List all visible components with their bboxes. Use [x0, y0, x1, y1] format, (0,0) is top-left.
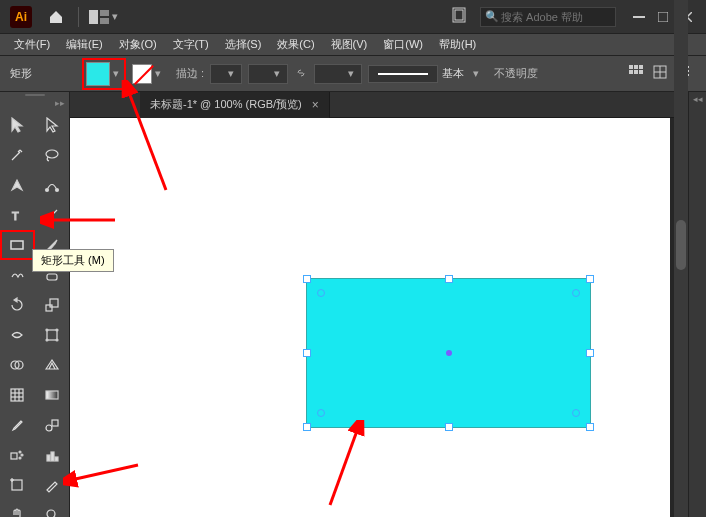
right-panel-strip: ◂◂ — [688, 92, 706, 517]
svg-point-45 — [21, 454, 23, 456]
free-transform-tool[interactable] — [35, 320, 70, 350]
maximize-button[interactable] — [656, 10, 670, 24]
symbol-sprayer-tool[interactable] — [0, 440, 35, 470]
menu-type[interactable]: 文字(T) — [165, 35, 217, 54]
opacity-label[interactable]: 不透明度 — [494, 66, 538, 81]
blend-tool[interactable] — [35, 410, 70, 440]
svg-rect-25 — [47, 274, 57, 280]
title-bar: Ai ▾ 🔍 — [0, 0, 706, 34]
selection-tool[interactable] — [0, 110, 35, 140]
menu-object[interactable]: 对象(O) — [111, 35, 165, 54]
chevron-down-icon: ▾ — [271, 64, 283, 84]
menu-edit[interactable]: 编辑(E) — [58, 35, 111, 54]
pen-tool[interactable] — [0, 170, 35, 200]
shaper-tool[interactable] — [0, 260, 35, 290]
svg-rect-47 — [47, 455, 50, 461]
perspective-grid-tool[interactable] — [35, 350, 70, 380]
svg-rect-10 — [629, 70, 633, 74]
minimize-button[interactable] — [632, 10, 646, 24]
arrange-docs-icon[interactable]: ▾ — [89, 7, 121, 27]
home-icon[interactable] — [44, 5, 68, 29]
svg-rect-40 — [46, 391, 58, 399]
collapse-icon[interactable]: ▸▸ — [55, 98, 65, 108]
tools-panel: ▸▸ T — [0, 92, 70, 517]
live-corner-widget[interactable] — [317, 409, 325, 417]
svg-rect-11 — [634, 70, 638, 74]
svg-rect-1 — [100, 10, 109, 16]
menu-window[interactable]: 窗口(W) — [375, 35, 431, 54]
gradient-tool[interactable] — [35, 380, 70, 410]
selection-handle[interactable] — [586, 275, 594, 283]
close-tab-icon[interactable]: × — [312, 98, 319, 112]
selection-handle[interactable] — [586, 423, 594, 431]
rectangle-tool[interactable] — [0, 230, 35, 260]
search-box[interactable]: 🔍 — [480, 7, 616, 27]
profile-label: 基本 — [442, 66, 464, 81]
svg-rect-48 — [51, 452, 54, 461]
fill-swatch[interactable] — [86, 62, 110, 86]
menu-help[interactable]: 帮助(H) — [431, 35, 484, 54]
app-logo: Ai — [10, 6, 32, 28]
artboard-tool[interactable] — [0, 470, 35, 500]
rectangle-shape[interactable] — [306, 278, 591, 428]
live-corner-widget[interactable] — [572, 289, 580, 297]
stroke-label: 描边 : — [176, 66, 204, 81]
rotate-tool[interactable] — [0, 290, 35, 320]
selection-handle[interactable] — [303, 275, 311, 283]
svg-point-29 — [46, 329, 48, 331]
curvature-tool[interactable] — [35, 170, 70, 200]
svg-point-53 — [47, 510, 55, 517]
direct-selection-tool[interactable] — [35, 110, 70, 140]
svg-point-21 — [55, 189, 58, 192]
live-corner-widget[interactable] — [572, 409, 580, 417]
scale-tool[interactable] — [35, 290, 70, 320]
hand-tool[interactable] — [0, 500, 35, 517]
eyedropper-tool[interactable] — [0, 410, 35, 440]
selection-handle[interactable] — [303, 349, 311, 357]
transform-icon[interactable] — [652, 64, 672, 84]
align-icon[interactable] — [628, 64, 648, 84]
selection-handle[interactable] — [445, 423, 453, 431]
scrollbar-thumb[interactable] — [676, 220, 686, 270]
variable-width-profile[interactable]: ▾ — [248, 64, 288, 84]
svg-point-30 — [56, 329, 58, 331]
svg-rect-7 — [629, 65, 633, 69]
brush-definition[interactable]: ▾ — [314, 64, 362, 84]
chevron-down-icon[interactable]: ▾ — [470, 64, 482, 84]
chevron-down-icon: ▾ — [109, 7, 121, 27]
live-corner-widget[interactable] — [317, 289, 325, 297]
mesh-tool[interactable] — [0, 380, 35, 410]
annotation-arrow — [116, 80, 176, 200]
search-input[interactable] — [501, 11, 611, 23]
shape-builder-tool[interactable] — [0, 350, 35, 380]
svg-rect-2 — [100, 18, 109, 24]
zoom-tool[interactable] — [35, 500, 70, 517]
svg-rect-24 — [11, 241, 23, 249]
svg-rect-42 — [52, 420, 58, 426]
menu-file[interactable]: 文件(F) — [6, 35, 58, 54]
svg-line-61 — [330, 428, 358, 505]
svg-point-41 — [46, 425, 52, 431]
menu-effect[interactable]: 效果(C) — [269, 35, 322, 54]
svg-rect-28 — [47, 330, 57, 340]
menu-view[interactable]: 视图(V) — [323, 35, 376, 54]
svg-point-20 — [45, 189, 48, 192]
vertical-scrollbar[interactable] — [674, 0, 688, 517]
stroke-weight-field[interactable]: ▾ — [210, 64, 242, 84]
type-tool[interactable]: T — [0, 200, 35, 230]
width-tool[interactable] — [0, 320, 35, 350]
expand-panel-icon[interactable]: ◂◂ — [693, 94, 703, 104]
graphic-style[interactable] — [368, 65, 438, 83]
selection-handle[interactable] — [445, 275, 453, 283]
magic-wand-tool[interactable] — [0, 140, 35, 170]
svg-point-31 — [46, 339, 48, 341]
annotation-arrow — [63, 460, 143, 490]
tooltip: 矩形工具 (M) — [32, 249, 114, 272]
lasso-tool[interactable] — [35, 140, 70, 170]
document-setup-icon[interactable] — [452, 7, 472, 27]
link-icon[interactable] — [294, 66, 308, 82]
svg-rect-26 — [46, 305, 52, 311]
menu-select[interactable]: 选择(S) — [217, 35, 270, 54]
selection-handle[interactable] — [586, 349, 594, 357]
center-point[interactable] — [446, 350, 452, 356]
